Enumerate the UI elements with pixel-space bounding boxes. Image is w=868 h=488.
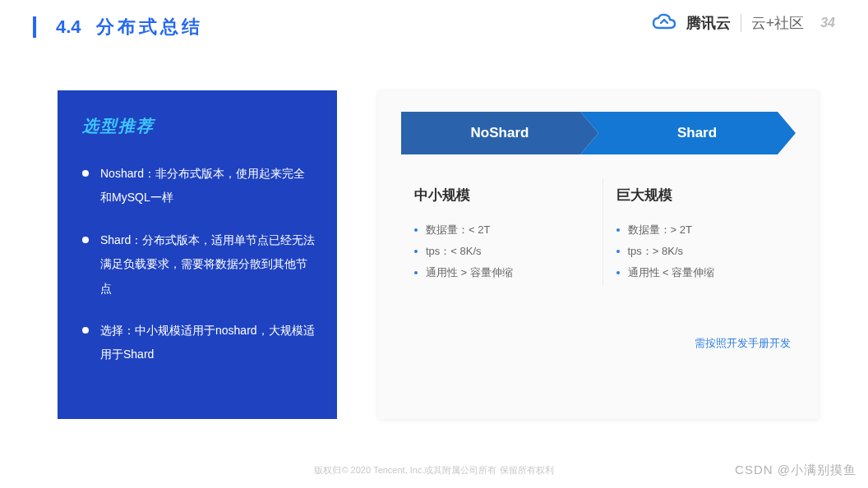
brand-community-text: 云+社区 — [751, 13, 805, 33]
comparison-card: NoShard Shard 中小规模 数据量：< 2T tps：< 8K/s 通… — [378, 90, 819, 419]
watermark: CSDN @小满别摸鱼 — [735, 463, 856, 478]
list-item: Shard：分布式版本，适用单节点已经无法满足负载要求，需要将数据分散到其他节点 — [82, 228, 316, 301]
brand-logos: 腾讯云 云+社区 34 — [652, 13, 835, 33]
list-item: 选择：中小规模适用于noshard，大规模适用于Shard — [82, 319, 316, 367]
arrow-row: NoShard Shard — [401, 112, 796, 154]
slide-content: 选型推荐 Noshard：非分布式版本，使用起来完全和MySQL一样 Shard… — [0, 49, 868, 419]
section-title: 分布式总结 — [96, 15, 203, 39]
cloud-icon — [652, 13, 676, 33]
recommendation-list: Noshard：非分布式版本，使用起来完全和MySQL一样 Shard：分布式版… — [82, 162, 316, 367]
slide-header: 4.4 分布式总结 腾讯云 云+社区 34 — [0, 0, 868, 49]
arrow-shard-label: Shard — [677, 125, 717, 141]
list-item: 数据量：< 2T — [414, 219, 589, 241]
column-title: 巨大规模 — [608, 186, 792, 205]
column-list: 数据量：< 2T tps：< 8K/s 通用性 > 容量伸缩 — [406, 219, 589, 283]
list-item: 通用性 > 容量伸缩 — [414, 262, 589, 283]
recommendation-title: 选型推荐 — [82, 115, 316, 137]
arrow-noshard-label: NoShard — [471, 125, 529, 141]
column-large-scale: 巨大规模 数据量：> 2T tps：> 8K/s 通用性 < 容量伸缩 — [603, 177, 796, 287]
brand-cloud-text: 腾讯云 — [686, 13, 731, 33]
list-item: 通用性 < 容量伸缩 — [616, 262, 792, 283]
dev-note: 需按照开发手册开发 — [401, 336, 796, 351]
title-marker — [33, 16, 36, 38]
column-list: 数据量：> 2T tps：> 8K/s 通用性 < 容量伸缩 — [608, 219, 792, 283]
list-item: Noshard：非分布式版本，使用起来完全和MySQL一样 — [82, 162, 316, 210]
list-item: tps：> 8K/s — [616, 241, 792, 262]
recommendation-panel: 选型推荐 Noshard：非分布式版本，使用起来完全和MySQL一样 Shard… — [58, 90, 337, 419]
comparison-columns: 中小规模 数据量：< 2T tps：< 8K/s 通用性 > 容量伸缩 巨大规模… — [401, 177, 796, 287]
page-number: 34 — [820, 16, 835, 30]
section-number: 4.4 — [56, 16, 81, 38]
list-item: 数据量：> 2T — [616, 219, 792, 241]
list-item: tps：< 8K/s — [414, 241, 589, 262]
column-title: 中小规模 — [406, 186, 589, 205]
arrow-shard: Shard — [580, 112, 796, 154]
brand-divider — [741, 14, 741, 32]
column-small-scale: 中小规模 数据量：< 2T tps：< 8K/s 通用性 > 容量伸缩 — [401, 177, 594, 287]
arrow-noshard: NoShard — [401, 112, 598, 154]
